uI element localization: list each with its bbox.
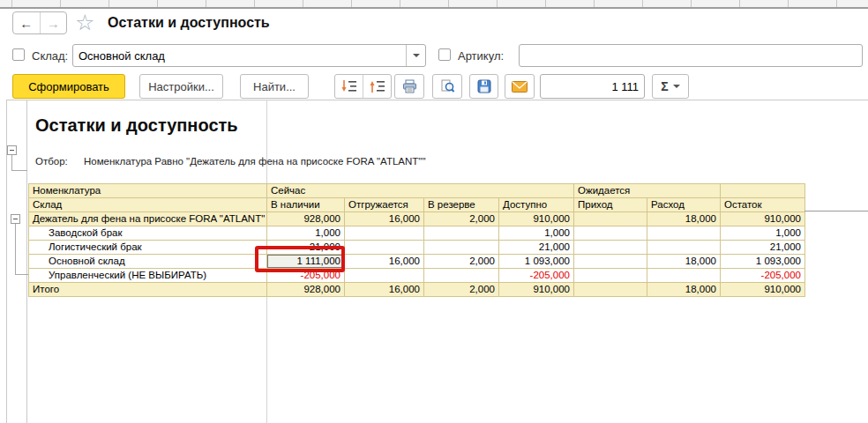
row-4-cell-2[interactable] bbox=[424, 269, 499, 283]
expand-groups-icon bbox=[341, 79, 357, 93]
header-group-spacer[interactable] bbox=[721, 184, 805, 198]
row-1-cell-6[interactable]: 1,000 bbox=[721, 226, 805, 241]
row-5-cell-0[interactable]: 928,000 bbox=[267, 283, 345, 297]
header-cell-4[interactable]: Доступно bbox=[499, 198, 574, 212]
row-4-cell-5[interactable] bbox=[647, 269, 721, 283]
row-3-cell-3[interactable]: 1 093,000 bbox=[499, 255, 574, 269]
row-0-cell-6[interactable]: 910,000 bbox=[721, 212, 805, 226]
row-5-cell-2[interactable]: 2,000 bbox=[424, 283, 499, 297]
row-2-name[interactable]: Логистический брак bbox=[29, 241, 267, 255]
report-table: НоменклатураСейчасОжидаетсяСкладВ наличи… bbox=[28, 183, 805, 297]
row-0-cell-2[interactable]: 2,000 bbox=[424, 212, 499, 226]
print-button[interactable] bbox=[394, 74, 424, 99]
row-0-cell-4[interactable] bbox=[574, 212, 647, 226]
row-1-cell-2[interactable] bbox=[424, 226, 499, 241]
row-2-cell-2[interactable] bbox=[424, 241, 499, 255]
back-button[interactable]: ← bbox=[13, 12, 40, 33]
app-window: ← → ☆ Остатки и доступность Склад: Артик… bbox=[0, 0, 868, 423]
mail-button[interactable] bbox=[505, 74, 535, 99]
header-group-expected[interactable]: Ожидается bbox=[574, 184, 721, 198]
row-0-cell-0[interactable]: 928,000 bbox=[267, 212, 345, 226]
column-tick bbox=[594, 0, 595, 7]
row-2-cell-1[interactable] bbox=[345, 241, 424, 255]
row-2-cell-3[interactable]: 21,000 bbox=[499, 241, 574, 255]
header-cell-5[interactable]: Приход bbox=[574, 198, 647, 212]
row-4-name[interactable]: Управленческий (НЕ ВЫБИРАТЬ) bbox=[29, 269, 267, 283]
page-title: Остатки и доступность bbox=[108, 15, 270, 31]
row-4-cell-3[interactable]: -205,000 bbox=[499, 269, 574, 283]
save-button[interactable] bbox=[469, 74, 498, 99]
group-connector-line bbox=[15, 274, 28, 275]
row-5-cell-6[interactable]: 910,000 bbox=[721, 283, 805, 297]
column-tick bbox=[108, 0, 109, 7]
row-1-cell-5[interactable] bbox=[647, 226, 721, 241]
header-nomenclature[interactable]: Номенклатура bbox=[29, 184, 267, 198]
report-margin-border bbox=[26, 100, 27, 423]
header-cell-7[interactable]: Остаток bbox=[721, 198, 805, 212]
chevron-down-icon bbox=[413, 54, 420, 57]
find-button[interactable]: Найти... bbox=[240, 74, 309, 99]
row-2-cell-6[interactable]: 21,000 bbox=[721, 241, 805, 255]
row-0-name[interactable]: Дежатель для фена на присоске FORA "ATLA… bbox=[29, 212, 267, 226]
row-group-expander[interactable] bbox=[11, 214, 20, 224]
row-1-cell-3[interactable]: 1,000 bbox=[499, 226, 574, 241]
row-3-cell-2[interactable]: 2,000 bbox=[424, 255, 499, 269]
row-2-cell-5[interactable] bbox=[647, 241, 721, 255]
row-3-cell-4[interactable] bbox=[574, 255, 647, 269]
row-3-cell-5[interactable]: 18,000 bbox=[647, 255, 721, 269]
collapse-groups-button[interactable] bbox=[363, 75, 391, 98]
row-5-cell-1[interactable]: 16,000 bbox=[345, 283, 424, 297]
header-cell-3[interactable]: В резерве bbox=[424, 198, 499, 212]
window-top-strip bbox=[0, 0, 868, 9]
row-1-cell-4[interactable] bbox=[574, 226, 647, 241]
header-cell-0[interactable]: Склад bbox=[29, 198, 267, 212]
header-cell-6[interactable]: Расход bbox=[647, 198, 721, 212]
row-5-cell-4[interactable] bbox=[574, 283, 647, 297]
mail-icon bbox=[512, 81, 528, 93]
sklad-dropdown-button[interactable] bbox=[406, 45, 425, 66]
column-tick bbox=[11, 0, 12, 7]
header-cell-2[interactable]: Отгружается bbox=[345, 198, 424, 212]
generate-button[interactable]: Сформировать bbox=[12, 74, 125, 99]
report-title: Остатки и доступность bbox=[35, 115, 238, 136]
row-0-cell-3[interactable]: 910,000 bbox=[499, 212, 574, 226]
frozen-header-line bbox=[804, 211, 868, 212]
header-group-now[interactable]: Сейчас bbox=[267, 184, 574, 198]
forward-button[interactable]: → bbox=[40, 12, 67, 33]
report-filter-value: Номенклатура Равно "Дежатель для фена на… bbox=[84, 156, 426, 167]
row-1-cell-0[interactable]: 1,000 bbox=[267, 226, 345, 241]
row-0-cell-1[interactable]: 16,000 bbox=[345, 212, 424, 226]
column-tick bbox=[400, 0, 400, 7]
row-3-cell-6[interactable]: 1 093,000 bbox=[721, 255, 805, 269]
row-5-name[interactable]: Итого bbox=[29, 283, 267, 297]
favorite-star-icon[interactable]: ☆ bbox=[75, 10, 94, 34]
group-connector-line bbox=[11, 155, 12, 171]
column-tick bbox=[691, 0, 692, 7]
row-3-name[interactable]: Основной склад bbox=[29, 255, 267, 269]
header-cell-1[interactable]: В наличии bbox=[267, 198, 345, 212]
save-icon bbox=[477, 79, 491, 93]
row-0-cell-5[interactable]: 18,000 bbox=[647, 212, 721, 226]
expand-groups-button[interactable] bbox=[335, 75, 363, 98]
row-4-cell-6[interactable]: -205,000 bbox=[721, 269, 805, 283]
print-preview-button[interactable] bbox=[432, 74, 462, 99]
row-3-cell-1[interactable]: 16,000 bbox=[345, 255, 424, 269]
sigma-button[interactable]: Σ bbox=[652, 74, 689, 99]
settings-button[interactable]: Настройки... bbox=[139, 74, 223, 99]
row-4-cell-1[interactable] bbox=[345, 269, 424, 283]
sklad-input[interactable] bbox=[73, 45, 406, 66]
sklad-checkbox[interactable] bbox=[12, 48, 25, 61]
quick-sum-field[interactable] bbox=[540, 74, 645, 99]
artikul-checkbox[interactable] bbox=[438, 48, 451, 61]
report-group-expander[interactable] bbox=[7, 145, 17, 155]
row-5-cell-5[interactable]: 18,000 bbox=[647, 283, 721, 297]
row-5-cell-3[interactable]: 910,000 bbox=[499, 283, 574, 297]
print-preview-icon bbox=[440, 79, 455, 93]
sklad-combo bbox=[72, 44, 426, 67]
row-1-cell-1[interactable] bbox=[345, 226, 424, 241]
row-2-cell-4[interactable] bbox=[574, 241, 647, 255]
row-1-name[interactable]: Заводской брак bbox=[29, 226, 267, 241]
artikul-input[interactable] bbox=[519, 44, 863, 67]
group-connector-line bbox=[15, 224, 16, 274]
row-4-cell-4[interactable] bbox=[574, 269, 647, 283]
